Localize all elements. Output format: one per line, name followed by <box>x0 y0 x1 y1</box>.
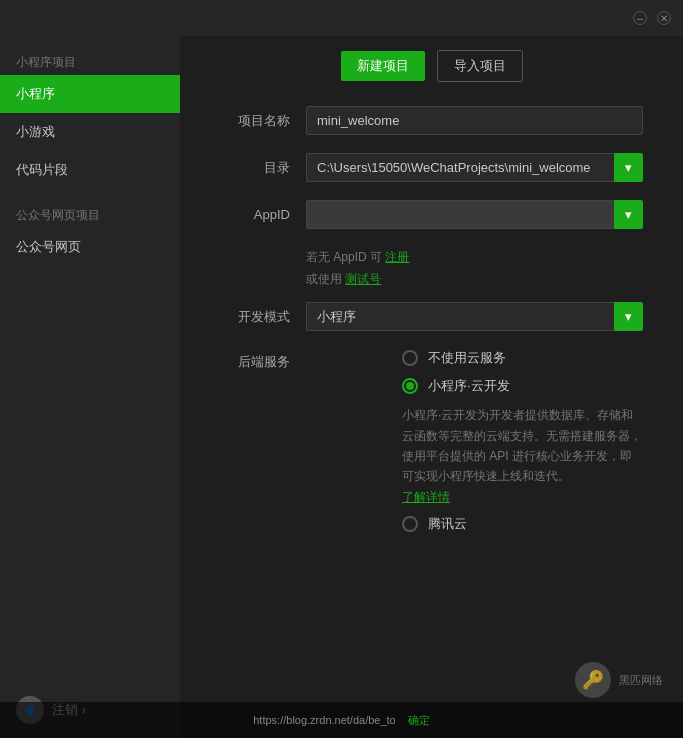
project-name-label: 项目名称 <box>210 112 290 130</box>
sidebar-section-miniapp: 小程序项目 <box>0 46 180 75</box>
sidebar: 小程序项目 小程序 小游戏 代码片段 公众号网页项目 公众号网页 👤 注销 › <box>0 36 180 738</box>
watermark-icon: 🔑 <box>575 662 611 698</box>
cloud-learn-more-link[interactable]: 了解详情 <box>402 490 450 504</box>
close-button[interactable]: ✕ <box>657 11 671 25</box>
appid-note-line2: 或使用 测试号 <box>306 269 643 291</box>
sidebar-item-snippet[interactable]: 代码片段 <box>0 151 180 189</box>
titlebar: – ✕ <box>0 0 683 36</box>
appid-register-link[interactable]: 注册 <box>385 250 409 264</box>
import-project-button[interactable]: 导入项目 <box>437 50 523 82</box>
devmode-row: 开发模式 ▾ <box>210 302 643 331</box>
sidebar-section-mp: 公众号网页项目 <box>0 199 180 228</box>
devmode-dropdown-btn[interactable]: ▾ <box>614 302 643 331</box>
directory-input[interactable] <box>306 153 614 182</box>
directory-input-group: ▾ <box>306 153 643 182</box>
confirm-button[interactable]: 确定 <box>408 713 430 728</box>
appid-input[interactable] <box>306 200 614 229</box>
appid-test-link[interactable]: 测试号 <box>345 272 381 286</box>
radio-tencent-cloud[interactable]: 腾讯云 <box>402 515 643 533</box>
minimize-button[interactable]: – <box>633 11 647 25</box>
footer-url: https://blog.zrdn.net/da/be_to <box>253 714 396 726</box>
appid-note-line1: 若无 AppID 可 注册 <box>306 247 643 269</box>
directory-label: 目录 <box>210 159 290 177</box>
devmode-input[interactable] <box>306 302 614 331</box>
appid-dropdown-btn[interactable]: ▾ <box>614 200 643 229</box>
appid-notes: 若无 AppID 可 注册 或使用 测试号 <box>306 247 643 290</box>
radio-tencent-cloud-label: 腾讯云 <box>428 515 467 533</box>
main-content: 新建项目 导入项目 项目名称 目录 ▾ AppID <box>180 36 683 738</box>
radio-miniapp-cloud-circle <box>402 378 418 394</box>
project-name-input[interactable] <box>306 106 643 135</box>
appid-row: AppID ▾ <box>210 200 643 229</box>
footer-bar: https://blog.zrdn.net/da/be_to 确定 <box>0 702 683 738</box>
backend-label: 后端服务 <box>210 349 290 371</box>
devmode-label: 开发模式 <box>210 308 290 326</box>
backend-options: 不使用云服务 小程序·云开发 小程序·云开发为开发者提供数据库、存储和云函数等完… <box>402 349 643 543</box>
radio-tencent-cloud-circle <box>402 516 418 532</box>
sidebar-item-minigame[interactable]: 小游戏 <box>0 113 180 151</box>
directory-dropdown-btn[interactable]: ▾ <box>614 153 643 182</box>
watermark-text: 黑匹网络 <box>619 673 663 688</box>
project-form: 项目名称 目录 ▾ AppID ▾ <box>180 86 683 738</box>
radio-no-cloud-label: 不使用云服务 <box>428 349 506 367</box>
sidebar-item-miniapp[interactable]: 小程序 <box>0 75 180 113</box>
devmode-input-group: ▾ <box>306 302 643 331</box>
radio-miniapp-cloud-label: 小程序·云开发 <box>428 377 510 395</box>
sidebar-item-mp-web[interactable]: 公众号网页 <box>0 228 180 266</box>
radio-no-cloud-circle <box>402 350 418 366</box>
radio-no-cloud[interactable]: 不使用云服务 <box>402 349 643 367</box>
main-header: 新建项目 导入项目 <box>180 36 683 86</box>
watermark: 🔑 黑匹网络 <box>575 662 663 698</box>
cloud-desc: 小程序·云开发为开发者提供数据库、存储和云函数等完整的云端支持。无需搭建服务器，… <box>402 405 643 507</box>
radio-miniapp-cloud[interactable]: 小程序·云开发 <box>402 377 643 395</box>
new-project-button[interactable]: 新建项目 <box>341 51 425 81</box>
appid-label: AppID <box>210 207 290 222</box>
directory-row: 目录 ▾ <box>210 153 643 182</box>
project-name-row: 项目名称 <box>210 106 643 135</box>
appid-input-group: ▾ <box>306 200 643 229</box>
backend-row: 后端服务 不使用云服务 小程序·云开发 小程序·云开发为开发者提供数据库、存 <box>210 349 643 543</box>
